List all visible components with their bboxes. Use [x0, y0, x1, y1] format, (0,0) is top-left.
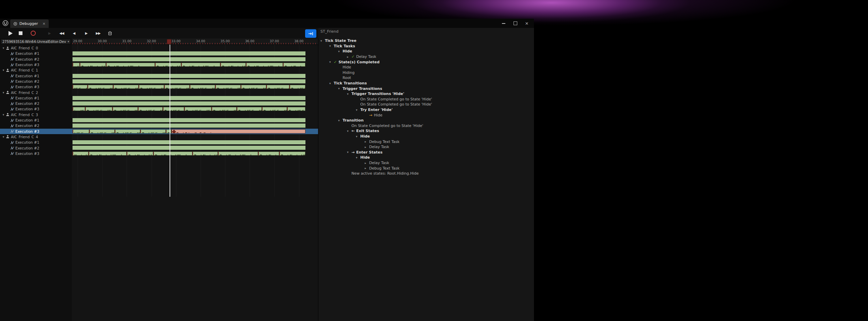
timeline-bar-segments[interactable]: nderRoot Neutral IdlRoot Neutral WanderR… — [73, 63, 305, 67]
track-row[interactable]: Hiding HidRoot Hiding HidRoot Hiding Hid… — [72, 84, 318, 90]
detail-row[interactable]: ▾Hide — [356, 134, 370, 139]
state-segment[interactable]: Root Hiding Hide — [85, 107, 112, 111]
expander-icon[interactable]: ▾ — [356, 108, 360, 112]
expander-icon[interactable]: ▾ — [347, 92, 351, 96]
execution-row[interactable]: Execution #2 — [0, 145, 72, 150]
timeline-bar[interactable] — [73, 146, 305, 150]
track-row[interactable]: ing HidRoot Hiding HideRoot Hiding HidRo… — [72, 106, 318, 112]
expander-icon[interactable]: ▾ — [1, 113, 5, 116]
state-segment[interactable]: t Hiding Hid — [73, 129, 89, 133]
state-segment[interactable]: Neutral Idl — [73, 151, 89, 156]
detail-row[interactable]: ▸Delay Task — [365, 160, 389, 166]
state-segment[interactable]: Root Neutral Idl — [80, 63, 106, 67]
detail-row[interactable]: ▸Debug Text Task — [365, 139, 399, 144]
state-segment[interactable]: Root Hiding Hid — [88, 85, 113, 89]
state-segment[interactable]: Root Neutral Wander — [153, 151, 192, 156]
state-segment[interactable]: Root Hiding H — [163, 107, 184, 111]
instance-row[interactable]: ▾AIC_Friend_C_1 — [0, 67, 72, 73]
state-segment[interactable]: Root Hidin — [289, 85, 305, 89]
execution-row[interactable]: Execution #2 — [0, 123, 72, 128]
timeline-ruler[interactable]: 29.0030.0031.0032.0033.0034.0035.0036.00… — [72, 38, 318, 45]
detail-row[interactable]: ▾Trigger Transitions — [338, 86, 382, 91]
state-segment[interactable]: Root Hiding Hid — [211, 107, 237, 111]
detail-row[interactable]: ▾Tick Tasks — [329, 44, 355, 49]
state-segment[interactable]: Root Hiding Hid — [190, 85, 215, 89]
execution-row[interactable]: Execution #1 — [0, 140, 72, 145]
prev-frame-button[interactable]: ◀◀ — [57, 29, 67, 38]
minimize-button[interactable] — [498, 19, 509, 28]
state-segment[interactable]: Root Neutral Idl — [127, 151, 153, 156]
execution-row[interactable]: Execution #1 — [0, 117, 72, 123]
maximize-button[interactable] — [509, 19, 521, 28]
state-segment[interactable]: Root Neutral Wander — [181, 63, 220, 67]
playhead-handle[interactable] — [167, 39, 171, 44]
track-row[interactable]: t Hiding HidRoot Hiding HidRoot Hiding H… — [72, 129, 318, 134]
delete-button[interactable] — [105, 29, 115, 38]
expander-icon[interactable]: ▾ — [356, 156, 360, 159]
expander-icon[interactable]: ▾ — [347, 129, 351, 133]
track-row[interactable] — [72, 51, 318, 56]
state-segment[interactable]: Root Hiding Hid — [112, 107, 138, 111]
state-segment[interactable]: Root Neutral Wa — [279, 151, 305, 156]
detail-row[interactable]: ▾Tick State Tree — [320, 38, 357, 44]
expander-icon[interactable]: ▾ — [329, 44, 334, 48]
detail-row[interactable]: ▾Hide — [338, 49, 352, 54]
detail-row[interactable]: On State Completed go to State 'Hide' — [356, 102, 432, 107]
state-segment[interactable]: Hiding Hid — [73, 85, 88, 89]
state-segment[interactable]: Roo — [166, 129, 171, 133]
jump-to-latest-button[interactable] — [305, 29, 316, 38]
timeline-bar[interactable] — [73, 101, 305, 106]
expander-icon[interactable]: ▾ — [1, 91, 5, 94]
state-segment[interactable]: Root Hiding Hid — [237, 107, 262, 111]
expander-icon[interactable]: ▾ — [356, 135, 360, 138]
timeline-bar-segments[interactable]: Neutral IdlRoot Neutral WanderRoot Neutr… — [73, 151, 305, 156]
track-row[interactable] — [72, 112, 318, 117]
state-segment[interactable]: Root Hiding Hid — [215, 85, 241, 89]
track-row[interactable] — [72, 134, 318, 140]
detail-row[interactable]: ▾Transition — [338, 118, 364, 123]
state-segment[interactable]: Root Neutral Idl — [220, 63, 246, 67]
execution-row[interactable]: Execution #2 — [0, 57, 72, 62]
detail-row[interactable]: ▾Trigger Transitions 'Hide' — [347, 91, 404, 97]
execution-row[interactable]: Execution #1 — [0, 51, 72, 56]
detail-row[interactable]: Hiding — [338, 70, 354, 76]
expander-icon[interactable]: ▾ — [1, 68, 5, 72]
expander-icon[interactable]: ▸ — [365, 166, 369, 170]
expander-icon[interactable]: ▾ — [329, 82, 334, 85]
state-segment[interactable]: nder — [73, 63, 80, 67]
track-row[interactable] — [72, 45, 318, 51]
unreal-engine-logo-icon[interactable] — [2, 20, 9, 26]
state-segment[interactable]: Root Hiding Hid — [138, 107, 163, 111]
timeline-bar[interactable] — [73, 51, 305, 55]
track-row[interactable] — [72, 67, 318, 73]
state-segment[interactable]: Root Hiding Hid — [164, 85, 190, 89]
expander-icon[interactable]: ▸ — [365, 140, 369, 143]
timeline-bar[interactable] — [73, 124, 305, 128]
track-row[interactable] — [72, 101, 318, 106]
state-segment[interactable]: Root Hiding Hid — [139, 85, 164, 89]
state-segment[interactable]: ing Hid — [73, 107, 85, 111]
state-segment[interactable]: Root Hiding Hid — [115, 129, 140, 133]
execution-row[interactable]: Execution #3 — [0, 62, 72, 67]
detail-row[interactable]: Root — [338, 75, 351, 81]
tab-debugger[interactable]: Debugger × — [10, 19, 49, 28]
timeline-bar-segments[interactable]: ing HidRoot Hiding HideRoot Hiding HidRo… — [73, 107, 305, 111]
state-segment[interactable]: Root Hiding Hide — [184, 107, 211, 111]
expander-icon[interactable]: ▸ — [365, 161, 369, 165]
timeline-bar-segments[interactable]: Hiding HidRoot Hiding HidRoot Hiding Hid… — [73, 85, 305, 89]
execution-row[interactable]: Execution #1 — [0, 73, 72, 79]
timeline-bar[interactable] — [73, 57, 305, 61]
expander-icon[interactable]: ▸ — [347, 55, 351, 59]
track-row[interactable]: nderRoot Neutral IdlRoot Neutral WanderR… — [72, 62, 318, 67]
state-segment[interactable]: Root Neutral Wander — [246, 63, 283, 67]
detail-row[interactable]: ▾✓State(s) Completed — [329, 59, 380, 65]
execution-row[interactable]: Execution #3 — [0, 84, 72, 90]
track-row[interactable] — [72, 79, 318, 84]
detail-row[interactable]: ▾Tick Transitions — [329, 81, 367, 86]
close-button[interactable]: × — [521, 19, 533, 28]
timeline-bar[interactable] — [73, 79, 305, 83]
timeline-bar[interactable] — [73, 140, 305, 144]
execution-row[interactable]: Execution #2 — [0, 79, 72, 84]
state-segment[interactable]: Root Neutral Wander — [106, 63, 155, 67]
state-segment[interactable]: Root Neutral Wander — [89, 151, 127, 156]
